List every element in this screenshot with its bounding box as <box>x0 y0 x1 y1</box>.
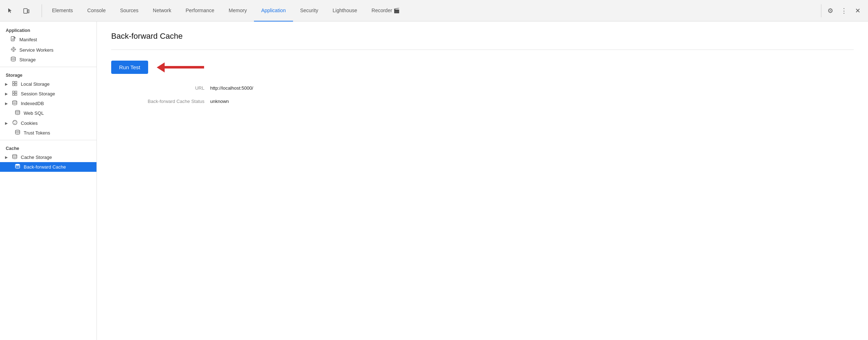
svg-point-22 <box>15 123 16 124</box>
svg-point-16 <box>13 101 17 102</box>
svg-rect-10 <box>13 84 14 86</box>
tab-application[interactable]: Application <box>254 0 293 22</box>
svg-rect-14 <box>13 94 14 95</box>
arrow-line-top <box>165 66 204 69</box>
svg-rect-0 <box>24 9 27 13</box>
sidebar-item-back-forward-cache[interactable]: Back-forward Cache <box>0 162 96 172</box>
sidebar-section-cache: Cache <box>0 142 96 152</box>
sidebar-item-trust-tokens[interactable]: Trust Tokens <box>0 128 96 138</box>
nav-right-actions: ⚙ ⋮ ✕ <box>824 5 864 17</box>
grid-icon-session <box>11 91 18 97</box>
top-red-arrow <box>157 62 204 72</box>
db-icon-indexed <box>11 100 18 107</box>
sidebar-item-cookies[interactable]: ▶ Cookies <box>0 118 96 128</box>
sidebar-item-indexeddb[interactable]: ▶ IndexedDB <box>0 99 96 108</box>
url-value: http://localhost:5000/ <box>210 85 253 91</box>
svg-point-18 <box>13 121 17 125</box>
close-btn[interactable]: ✕ <box>852 5 864 17</box>
tab-console[interactable]: Console <box>80 0 113 22</box>
content-area: Back-forward Cache Run Test URL http://l… <box>97 22 868 340</box>
arrow-cache-storage: ▶ <box>5 155 8 159</box>
sidebar-section-storage: Storage <box>0 69 96 79</box>
sidebar-item-storage[interactable]: Storage <box>0 55 96 65</box>
svg-rect-9 <box>15 81 17 83</box>
svg-rect-8 <box>13 81 14 83</box>
tab-network[interactable]: Network <box>146 0 178 22</box>
sidebar-divider-1 <box>0 67 96 67</box>
page-title: Back-forward Cache <box>111 32 854 41</box>
run-test-button[interactable]: Run Test <box>111 61 148 74</box>
cookie-icon <box>11 120 18 126</box>
svg-point-5 <box>13 48 14 50</box>
storage-icon <box>10 57 16 63</box>
sidebar-item-web-sql[interactable]: Web SQL <box>0 108 96 118</box>
svg-point-19 <box>14 121 14 122</box>
db-icon-websql <box>14 110 21 116</box>
sidebar-item-cache-storage[interactable]: ▶ Cache Storage <box>0 152 96 162</box>
tab-lighthouse[interactable]: Lighthouse <box>325 0 364 22</box>
sidebar-manifest-label: Manifest <box>19 37 37 42</box>
cache-status-label: Back-forward Cache Status <box>111 99 204 104</box>
more-btn[interactable]: ⋮ <box>838 5 850 17</box>
nav-divider-left <box>42 4 42 17</box>
top-nav: Elements Console Sources Network Perform… <box>0 0 868 22</box>
sidebar-back-forward-cache-label: Back-forward Cache <box>24 164 66 170</box>
sidebar-local-storage-label: Local Storage <box>21 81 49 87</box>
sidebar-service-workers-label: Service Workers <box>19 47 53 53</box>
tab-recorder[interactable]: Recorder 🎬 <box>364 0 407 22</box>
svg-point-6 <box>11 47 15 51</box>
svg-rect-11 <box>15 84 17 86</box>
db-icon-cache <box>11 154 18 160</box>
svg-rect-12 <box>13 91 14 93</box>
arrow-session-storage: ▶ <box>5 92 8 96</box>
sidebar-indexeddb-label: IndexedDB <box>21 101 44 106</box>
sidebar-item-service-workers[interactable]: Service Workers <box>0 45 96 55</box>
content-divider <box>111 49 854 50</box>
tab-elements[interactable]: Elements <box>45 0 80 22</box>
db-icon-trust <box>14 130 21 136</box>
sidebar-cookies-label: Cookies <box>21 121 38 126</box>
db-fill-icon <box>14 164 21 170</box>
tab-sources[interactable]: Sources <box>113 0 146 22</box>
device-toggle-btn[interactable] <box>20 5 32 17</box>
svg-point-21 <box>14 123 15 124</box>
sidebar-section-application: Application <box>0 24 96 34</box>
url-label: URL <box>111 85 204 91</box>
arrow-indexeddb: ▶ <box>5 101 8 105</box>
arrow-local-storage: ▶ <box>5 82 8 86</box>
svg-point-7 <box>11 57 15 58</box>
sidebar-item-manifest[interactable]: Manifest <box>0 34 96 45</box>
nav-tabs: Elements Console Sources Network Perform… <box>45 0 818 22</box>
cache-status-value: unknown <box>210 99 229 104</box>
sidebar-trust-tokens-label: Trust Tokens <box>24 130 50 136</box>
svg-rect-1 <box>28 10 29 13</box>
url-row: URL http://localhost:5000/ <box>111 85 854 91</box>
cursor-icon <box>7 8 14 14</box>
cursor-icon-btn[interactable] <box>4 5 16 17</box>
sidebar-storage-label: Storage <box>19 57 36 62</box>
svg-point-17 <box>15 110 20 112</box>
svg-point-20 <box>15 122 16 122</box>
sidebar-item-local-storage[interactable]: ▶ Local Storage <box>0 79 96 89</box>
settings-btn[interactable]: ⚙ <box>824 5 836 17</box>
svg-point-24 <box>13 155 17 156</box>
svg-point-23 <box>15 130 20 132</box>
tab-security[interactable]: Security <box>293 0 326 22</box>
sidebar: Application Manifest Service Workers Sto… <box>0 22 97 340</box>
arrow-cookies: ▶ <box>5 121 8 125</box>
doc-icon <box>10 36 16 43</box>
tab-performance[interactable]: Performance <box>178 0 221 22</box>
main-layout: Application Manifest Service Workers Sto… <box>0 22 868 340</box>
cache-status-row: Back-forward Cache Status unknown <box>111 99 854 104</box>
nav-icon-group <box>4 5 32 17</box>
svg-rect-13 <box>15 91 17 93</box>
grid-icon-local <box>11 81 18 87</box>
sidebar-backforward-row: Back-forward Cache <box>0 162 96 172</box>
arrow-head-top <box>157 62 165 72</box>
tab-memory[interactable]: Memory <box>222 0 254 22</box>
sidebar-divider-2 <box>0 140 96 140</box>
nav-divider-right <box>821 4 821 17</box>
sidebar-web-sql-label: Web SQL <box>24 110 44 116</box>
sidebar-item-session-storage[interactable]: ▶ Session Storage <box>0 89 96 99</box>
svg-point-25 <box>15 164 20 166</box>
